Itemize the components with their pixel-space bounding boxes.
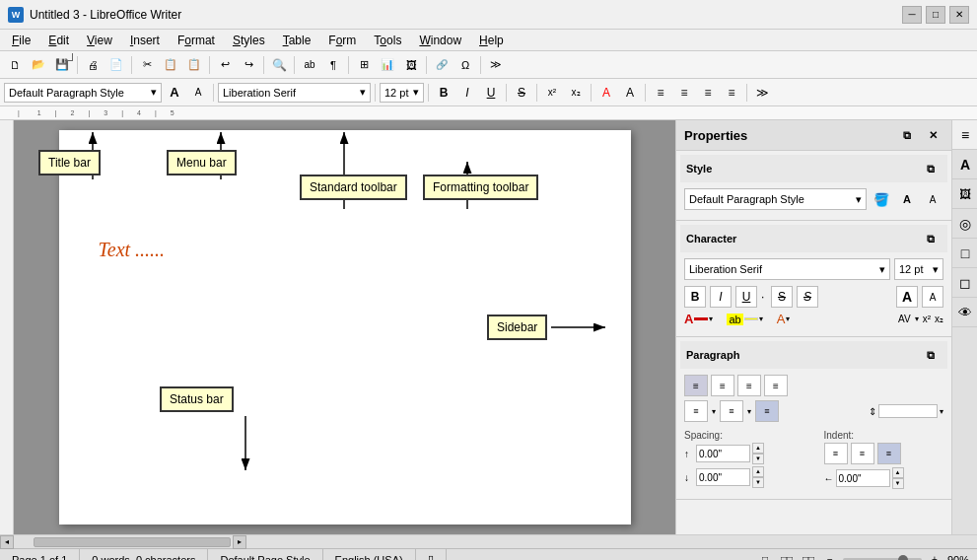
indent-right-button[interactable]: ≡ xyxy=(877,443,901,464)
para-list-ordered-button[interactable]: ≡ xyxy=(720,400,743,422)
more-format-button[interactable]: ≫ xyxy=(751,82,773,104)
para-list-arrow1[interactable]: ▾ xyxy=(711,407,717,416)
left-spin-up[interactable]: ▲ xyxy=(892,467,904,478)
para-list-unordered-button[interactable]: ≡ xyxy=(684,400,708,422)
horizontal-scrollbar[interactable]: ◂ ▸ xyxy=(0,534,977,548)
new-style-button[interactable]: 🪣 xyxy=(871,188,892,210)
subscript-button[interactable]: x₂ xyxy=(565,82,587,104)
clear-format-btn[interactable]: A ▾ xyxy=(777,312,791,326)
sidebar-tab-eye[interactable]: 👁 xyxy=(952,298,977,327)
left-spin-down[interactable]: ▼ xyxy=(892,478,904,489)
indent-left-button[interactable]: ≡ xyxy=(824,443,848,464)
char-font-dropdown[interactable]: Liberation Serif ▾ xyxy=(684,258,890,280)
above-spin-down[interactable]: ▼ xyxy=(752,454,764,464)
more-button[interactable]: ≫ xyxy=(485,54,507,76)
redo-button[interactable]: ↪ xyxy=(238,54,259,76)
font-color-btn[interactable]: A ▾ xyxy=(684,312,713,326)
close-button[interactable]: ✕ xyxy=(949,6,969,24)
view-icon-3[interactable]: □□ xyxy=(800,551,817,561)
minimize-button[interactable]: ─ xyxy=(902,6,922,24)
below-spacing-input[interactable]: 0.00" xyxy=(696,468,750,486)
open-button[interactable]: 📂 xyxy=(28,54,49,76)
special-char-button[interactable]: Ω xyxy=(454,54,476,76)
menu-table[interactable]: Table xyxy=(275,32,319,49)
para-align-right-button[interactable]: ≡ xyxy=(737,375,761,396)
font-dropdown[interactable]: Liberation Serif ▾ xyxy=(218,83,371,103)
char-smaller-button[interactable]: A xyxy=(922,286,943,308)
save-button[interactable]: 💾 xyxy=(51,54,73,76)
sidebar-close-button[interactable]: ✕ xyxy=(922,124,943,146)
print-preview-button[interactable]: 🖨 xyxy=(82,54,104,76)
menu-styles[interactable]: Styles xyxy=(225,32,273,49)
scroll-left-button[interactable]: ◂ xyxy=(0,535,14,549)
underline-button[interactable]: U xyxy=(480,82,502,104)
menu-help[interactable]: Help xyxy=(471,32,512,49)
align-left-button[interactable]: ≡ xyxy=(650,82,671,104)
above-spin-up[interactable]: ▲ xyxy=(752,443,764,454)
cut-button[interactable]: ✂ xyxy=(136,54,158,76)
para-align-center-button[interactable]: ≡ xyxy=(711,375,734,396)
superscript-button[interactable]: x² xyxy=(541,82,563,104)
zoom-out-button[interactable]: − xyxy=(821,551,839,561)
highlight-button[interactable]: A xyxy=(619,82,641,104)
highlight-color-btn[interactable]: ab ▾ xyxy=(727,314,762,325)
table-button[interactable]: ⊞ xyxy=(353,54,375,76)
italic-button[interactable]: I xyxy=(456,82,478,104)
image-button[interactable]: 🖼 xyxy=(400,54,422,76)
below-spin-up[interactable]: ▲ xyxy=(752,466,764,477)
style-a2-button[interactable]: A xyxy=(922,188,943,210)
scroll-right-button[interactable]: ▸ xyxy=(233,535,246,549)
strikethrough-button[interactable]: S xyxy=(511,82,532,104)
view-icon-1[interactable]: □ xyxy=(756,551,774,561)
menu-file[interactable]: File xyxy=(4,32,38,49)
spellcheck-button[interactable]: ab xyxy=(299,54,320,76)
find-button[interactable]: 🔍 xyxy=(268,54,290,76)
menu-edit[interactable]: Edit xyxy=(40,32,77,49)
undo-button[interactable]: ↩ xyxy=(214,54,236,76)
hyperlink-button[interactable]: 🔗 xyxy=(431,54,453,76)
zoom-in-button[interactable]: + xyxy=(926,551,943,561)
menu-form[interactable]: Form xyxy=(320,32,364,49)
style-section-header[interactable]: Style ⧉ xyxy=(680,155,947,182)
left-indent-input[interactable]: 0.00" xyxy=(836,469,890,487)
style-section-icon1[interactable]: ⧉ xyxy=(920,158,942,179)
char-underline-button[interactable]: U xyxy=(735,286,757,308)
sidebar-tab-navigator[interactable]: ◎ xyxy=(952,209,977,239)
sidebar-tab-properties[interactable]: ≡ xyxy=(952,120,977,150)
view-icon-2[interactable]: □□ xyxy=(778,551,796,561)
formatting-marks-button[interactable]: ¶ xyxy=(322,54,344,76)
para-decrease-indent-button[interactable]: ≡ xyxy=(755,400,779,422)
char-size-dropdown[interactable]: 12 pt ▾ xyxy=(894,258,943,280)
sidebar-style-dropdown[interactable]: Default Paragraph Style ▾ xyxy=(684,188,867,210)
sidebar-detach-button[interactable]: ⧉ xyxy=(896,124,918,146)
char-strikethrough-button[interactable]: S xyxy=(771,286,793,308)
character-section-header[interactable]: Character ⧉ xyxy=(680,225,947,252)
print-button[interactable]: 📄 xyxy=(105,54,127,76)
style-icon-a[interactable]: A xyxy=(164,82,185,104)
char-strikethrough2-button[interactable]: S xyxy=(797,286,818,308)
new-button[interactable]: 🗋 xyxy=(4,54,26,76)
menu-window[interactable]: Window xyxy=(411,32,469,49)
style-icon-a2[interactable]: A xyxy=(187,82,209,104)
para-list-arrow2[interactable]: ▾ xyxy=(746,407,752,416)
para-spacing-arrow[interactable]: ▾ xyxy=(940,407,943,416)
align-center-button[interactable]: ≡ xyxy=(673,82,695,104)
menu-insert[interactable]: Insert xyxy=(122,32,168,49)
para-align-justify-button[interactable]: ≡ xyxy=(764,375,788,396)
align-justify-button[interactable]: ≡ xyxy=(721,82,742,104)
sidebar-tab-clear[interactable]: ◻ xyxy=(952,268,977,298)
font-color-button[interactable]: A xyxy=(595,82,617,104)
copy-button[interactable]: 📋 xyxy=(160,54,181,76)
style-a-button[interactable]: A xyxy=(896,188,918,210)
menu-tools[interactable]: Tools xyxy=(366,32,409,49)
sidebar-tab-styles[interactable]: A xyxy=(952,150,977,179)
char-bold-button[interactable]: B xyxy=(684,286,706,308)
paste-button[interactable]: 📋 xyxy=(183,54,205,76)
char-bigger-button[interactable]: A xyxy=(896,286,918,308)
paragraph-style-dropdown[interactable]: Default Paragraph Style ▾ xyxy=(4,83,162,103)
paragraph-section-icon[interactable]: ⧉ xyxy=(920,344,942,366)
zoom-thumb[interactable] xyxy=(898,555,908,561)
character-section-icon[interactable]: ⧉ xyxy=(920,228,942,249)
menu-format[interactable]: Format xyxy=(170,32,223,49)
scroll-h-thumb[interactable] xyxy=(34,537,231,547)
